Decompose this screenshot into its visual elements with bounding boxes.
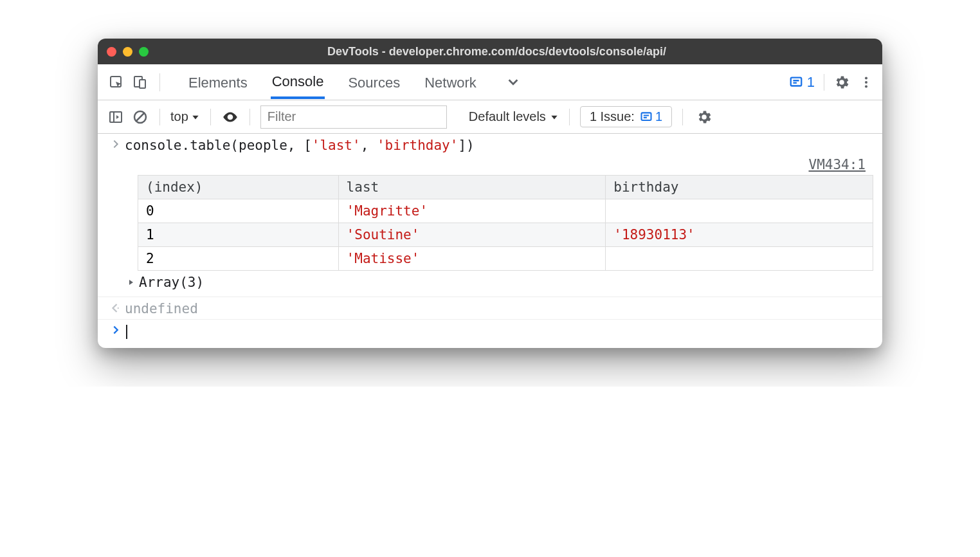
cell-last: 'Soutine' (338, 223, 606, 247)
issues-box-count: 1 (655, 109, 662, 124)
log-levels-selector[interactable]: Default levels (469, 109, 559, 124)
sidebar-toggle-icon[interactable] (107, 108, 125, 126)
cell-birthday (606, 199, 873, 223)
console-body: console.table(people, ['last', 'birthday… (98, 134, 882, 348)
device-toggle-icon[interactable] (130, 73, 149, 92)
table-row[interactable]: 1 'Soutine' '18930113' (138, 223, 873, 247)
kebab-menu-icon[interactable] (859, 75, 873, 89)
console-settings-icon[interactable] (696, 109, 712, 125)
window-title: DevTools - developer.chrome.com/docs/dev… (120, 45, 873, 59)
console-output-block: VM434:1 (index) last birthday 0 'Magritt… (98, 156, 882, 297)
levels-label: Default levels (469, 109, 546, 124)
divider (824, 74, 824, 91)
issues-label: 1 Issue: (590, 109, 635, 124)
object-expander[interactable]: Array(3) (107, 275, 873, 290)
main-toolbar: Elements Console Sources Network 1 (98, 64, 882, 100)
cell-index: 2 (138, 247, 339, 271)
tab-elements[interactable]: Elements (187, 67, 249, 98)
source-link[interactable]: VM434:1 (808, 157, 866, 172)
context-selector[interactable]: top (170, 109, 200, 124)
cell-index: 0 (138, 199, 339, 223)
console-input-code[interactable]: console.table(people, ['last', 'birthday… (125, 138, 475, 153)
console-subtoolbar: top Default levels 1 Issue: 1 (98, 100, 882, 134)
col-birthday[interactable]: birthday (606, 176, 873, 199)
prompt-chevron-icon (107, 324, 125, 335)
col-index[interactable]: (index) (138, 176, 339, 199)
table-header-row: (index) last birthday (138, 176, 873, 199)
divider (682, 109, 683, 125)
console-prompt[interactable] (98, 320, 882, 348)
console-return-line: undefined (98, 297, 882, 320)
divider (210, 109, 211, 125)
svg-rect-7 (110, 112, 122, 122)
devtools-window: DevTools - developer.chrome.com/docs/dev… (98, 39, 882, 348)
cell-birthday: '18930113' (606, 223, 873, 247)
svg-rect-2 (140, 80, 145, 88)
tab-console[interactable]: Console (271, 66, 325, 99)
input-chevron-icon (107, 138, 125, 149)
col-last[interactable]: last (338, 176, 606, 199)
return-arrow-icon (107, 301, 125, 314)
svg-point-5 (865, 80, 867, 83)
inspect-icon[interactable] (107, 73, 126, 92)
svg-point-6 (865, 85, 867, 87)
prompt-input[interactable] (125, 324, 127, 339)
table-row[interactable]: 2 'Matisse' (138, 247, 873, 271)
settings-icon[interactable] (833, 74, 850, 91)
titlebar: DevTools - developer.chrome.com/docs/dev… (98, 39, 882, 64)
tab-sources[interactable]: Sources (347, 67, 401, 98)
table-row[interactable]: 0 'Magritte' (138, 199, 873, 223)
divider (159, 73, 160, 91)
tab-network[interactable]: Network (423, 67, 478, 98)
divider (569, 109, 570, 125)
close-dot[interactable] (107, 47, 116, 57)
clear-console-icon[interactable] (131, 108, 149, 126)
console-table: (index) last birthday 0 'Magritte' 1 'So… (138, 175, 873, 271)
return-value: undefined (125, 301, 198, 316)
filter-input[interactable] (260, 105, 447, 129)
divider (159, 109, 160, 125)
cell-last: 'Magritte' (338, 199, 606, 223)
cell-last: 'Matisse' (338, 247, 606, 271)
svg-rect-9 (641, 113, 651, 120)
cell-birthday (606, 247, 873, 271)
console-input-line: console.table(people, ['last', 'birthday… (98, 134, 882, 156)
cell-index: 1 (138, 223, 339, 247)
live-expression-icon[interactable] (221, 108, 239, 126)
issues-box[interactable]: 1 Issue: 1 (580, 106, 672, 127)
divider (250, 109, 250, 125)
expander-label: Array(3) (139, 275, 204, 290)
issues-indicator[interactable]: 1 (789, 74, 815, 91)
svg-point-10 (118, 307, 119, 309)
svg-rect-3 (791, 77, 802, 86)
context-label: top (170, 109, 188, 124)
more-tabs-icon[interactable] (500, 75, 527, 89)
panel-tabs: Elements Console Sources Network (187, 66, 527, 99)
toolbar-right: 1 (789, 74, 873, 91)
svg-point-4 (865, 77, 867, 79)
issues-count: 1 (807, 74, 815, 91)
